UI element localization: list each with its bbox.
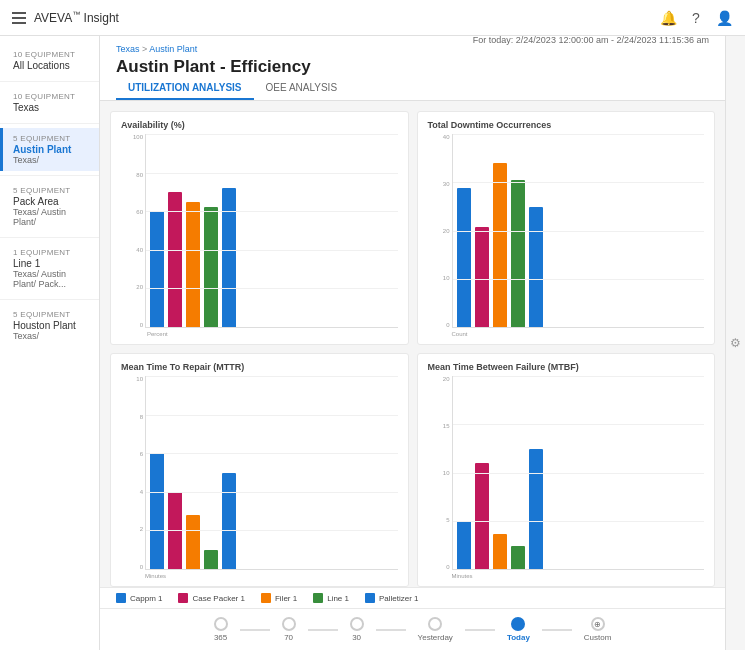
chart-availability: Availability (%) 100 80 60 40 20 0 — [110, 111, 409, 345]
sidebar-item-houston-plant[interactable]: 5 EQUIPMENT Houston Plant Texas/ — [0, 304, 99, 347]
chart-legend: Cappm 1 Case Packer 1 Filer 1 Line 1 Pal… — [100, 587, 725, 608]
nav-right: 🔔 ? 👤 — [659, 9, 733, 27]
bar-down-4 — [511, 180, 525, 327]
right-sidebar: ⚙ — [725, 36, 745, 650]
bar-avail-4 — [204, 207, 218, 327]
time-btn-yesterday[interactable]: Yesterday — [406, 615, 465, 644]
legend-item-cappm1: Cappm 1 — [116, 593, 162, 603]
bar-mttr-5 — [222, 473, 236, 570]
sidebar-divider-4 — [0, 237, 99, 238]
bar-down-2 — [475, 227, 489, 327]
charts-grid: Availability (%) 100 80 60 40 20 0 — [100, 101, 725, 587]
bar-avail-5 — [222, 188, 236, 327]
bar-mtbf-1 — [457, 521, 471, 569]
legend-color-case-packer — [178, 593, 188, 603]
time-btn-custom[interactable]: ⊕ Custom — [572, 615, 624, 644]
bell-icon[interactable]: 🔔 — [659, 9, 677, 27]
breadcrumb: Texas > Austin Plant — [116, 44, 709, 54]
bar-mttr-1 — [150, 453, 164, 569]
main-layout: 10 EQUIPMENT All Locations 10 EQUIPMENT … — [0, 36, 745, 650]
page-title: Austin Plant - Efficiency For today: 2/2… — [116, 57, 709, 77]
sidebar-divider-1 — [0, 81, 99, 82]
sidebar: 10 EQUIPMENT All Locations 10 EQUIPMENT … — [0, 36, 100, 650]
bar-mtbf-5 — [529, 449, 543, 569]
legend-color-line1 — [313, 593, 323, 603]
bar-mtbf-2 — [475, 463, 489, 569]
sidebar-item-austin-plant[interactable]: 5 EQUIPMENT Austin Plant Texas/ — [0, 128, 99, 171]
bar-down-5 — [529, 207, 543, 327]
bar-mtbf-4 — [511, 546, 525, 569]
chart-downtime: Total Downtime Occurrences 40 30 20 10 0 — [417, 111, 716, 345]
legend-color-palletizer — [365, 593, 375, 603]
sidebar-item-all-locations[interactable]: 10 EQUIPMENT All Locations — [0, 44, 99, 77]
sidebar-divider-2 — [0, 123, 99, 124]
sidebar-divider-5 — [0, 299, 99, 300]
bar-mttr-4 — [204, 550, 218, 569]
legend-color-filer — [261, 593, 271, 603]
chart-mttr: Mean Time To Repair (MTTR) 10 8 6 4 2 0 — [110, 353, 409, 587]
time-btn-365[interactable]: 365 — [202, 615, 240, 644]
legend-item-filer: Filer 1 — [261, 593, 297, 603]
nav-left: AVEVA™ Insight — [12, 10, 119, 25]
sidebar-item-line-1[interactable]: 1 EQUIPMENT Line 1 Texas/ Austin Plant/ … — [0, 242, 99, 295]
time-selector: 365 70 30 Yesterday — [100, 608, 725, 650]
bar-avail-1 — [150, 211, 164, 327]
time-btn-30[interactable]: 30 — [338, 615, 376, 644]
time-btn-70[interactable]: 70 — [270, 615, 308, 644]
bar-down-1 — [457, 188, 471, 327]
top-navigation: AVEVA™ Insight 🔔 ? 👤 — [0, 0, 745, 36]
time-btn-today[interactable]: Today — [495, 615, 542, 644]
bar-down-3 — [493, 163, 507, 327]
menu-button[interactable] — [12, 12, 26, 24]
content-area: Texas > Austin Plant Austin Plant - Effi… — [100, 36, 725, 650]
user-icon[interactable]: 👤 — [715, 9, 733, 27]
app-logo: AVEVA™ Insight — [34, 10, 119, 25]
bar-mtbf-3 — [493, 534, 507, 569]
legend-item-case-packer: Case Packer 1 — [178, 593, 244, 603]
legend-item-palletizer: Palletizer 1 — [365, 593, 419, 603]
help-icon[interactable]: ? — [687, 9, 705, 27]
sidebar-item-pack-area[interactable]: 5 EQUIPMENT Pack Area Texas/ Austin Plan… — [0, 180, 99, 233]
sidebar-divider-3 — [0, 175, 99, 176]
bar-mttr-3 — [186, 515, 200, 569]
bar-avail-3 — [186, 202, 200, 327]
tab-utilization-analysis[interactable]: UTILIZATION ANALYSIS — [116, 77, 254, 100]
chart-mtbf: Mean Time Between Failure (MTBF) 20 15 1… — [417, 353, 716, 587]
page-header: Texas > Austin Plant Austin Plant - Effi… — [100, 36, 725, 101]
sidebar-item-texas[interactable]: 10 EQUIPMENT Texas — [0, 86, 99, 119]
settings-icon[interactable]: ⚙ — [730, 336, 741, 350]
tab-oee-analysis[interactable]: OEE ANALYSIS — [254, 77, 350, 100]
legend-color-cappm1 — [116, 593, 126, 603]
legend-item-line1: Line 1 — [313, 593, 349, 603]
tab-bar: UTILIZATION ANALYSIS OEE ANALYSIS — [116, 77, 709, 100]
